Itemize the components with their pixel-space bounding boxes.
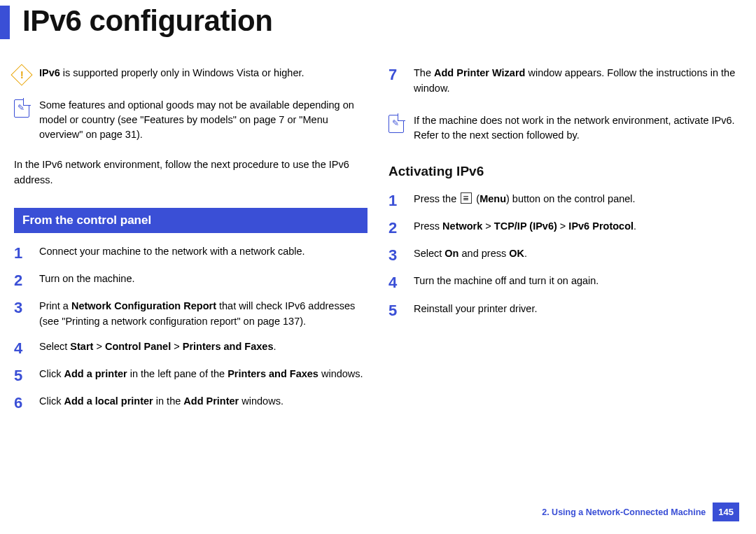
section-heading: From the control panel bbox=[14, 208, 368, 233]
chapter-label: 2. Using a Network-Connected Machine bbox=[542, 507, 706, 517]
step-number: 3 bbox=[388, 246, 401, 264]
step-item: 5Reinstall your printer driver. bbox=[388, 302, 742, 319]
note-text-left: Some features and optional goods may not… bbox=[39, 98, 368, 142]
page-title: IPv6 configuration bbox=[22, 4, 756, 38]
step-item: 6Click Add a local printer in the Add Pr… bbox=[14, 394, 368, 412]
step-item: 1Connect your machine to the network wit… bbox=[14, 244, 368, 262]
footer: 2. Using a Network-Connected Machine 145 bbox=[542, 503, 739, 521]
step-number: 4 bbox=[14, 339, 27, 357]
warning-text: IPv6 is supported properly only in Windo… bbox=[39, 66, 304, 83]
step-text: Click Add a printer in the left pane of … bbox=[39, 367, 368, 384]
step-number: 3 bbox=[14, 299, 27, 330]
menu-icon bbox=[461, 192, 472, 204]
step-number: 7 bbox=[388, 66, 401, 97]
step-item: 1Press the (Menu) button on the control … bbox=[388, 192, 742, 209]
title-bar: IPv6 configuration bbox=[0, 4, 756, 38]
note-icon bbox=[14, 99, 29, 118]
steps-top-right: 7The Add Printer Wizard window appears. … bbox=[388, 66, 742, 97]
step-number: 1 bbox=[388, 192, 401, 209]
left-column: ! IPv6 is supported properly only in Win… bbox=[14, 66, 368, 422]
step-text: Turn on the machine. bbox=[39, 272, 368, 289]
note-icon bbox=[388, 115, 404, 133]
steps-right: 1Press the (Menu) button on the control … bbox=[388, 192, 742, 319]
step-number: 6 bbox=[14, 394, 27, 412]
note-box-left: Some features and optional goods may not… bbox=[14, 98, 368, 142]
step-number: 5 bbox=[14, 367, 27, 384]
step-item: 4Turn the machine off and turn it on aga… bbox=[388, 274, 742, 291]
step-number: 2 bbox=[14, 272, 27, 289]
step-text: Press the (Menu) button on the control p… bbox=[414, 192, 742, 209]
right-column: 7The Add Printer Wizard window appears. … bbox=[388, 66, 742, 422]
step-number: 2 bbox=[388, 219, 401, 237]
step-text: Reinstall your printer driver. bbox=[414, 302, 742, 319]
step-number: 1 bbox=[14, 244, 27, 262]
intro-paragraph: In the IPv6 network environment, follow … bbox=[14, 157, 368, 188]
step-text: Select Start > Control Panel > Printers … bbox=[39, 339, 368, 357]
warning-box: ! IPv6 is supported properly only in Win… bbox=[14, 66, 368, 83]
step-item: 3Select On and press OK. bbox=[388, 246, 742, 264]
step-text: Select On and press OK. bbox=[414, 246, 742, 264]
subsection-heading: Activating IPv6 bbox=[388, 164, 742, 179]
step-number: 4 bbox=[388, 274, 401, 291]
step-number: 5 bbox=[388, 302, 401, 319]
steps-left: 1Connect your machine to the network wit… bbox=[14, 244, 368, 412]
step-item: 4Select Start > Control Panel > Printers… bbox=[14, 339, 368, 357]
step-text: Connect your machine to the network with… bbox=[39, 244, 368, 262]
note-box-right: If the machine does not work in the netw… bbox=[388, 113, 742, 143]
step-item: 2Press Network > TCP/IP (IPv6) > IPv6 Pr… bbox=[388, 219, 742, 237]
step-item: 5Click Add a printer in the left pane of… bbox=[14, 367, 368, 384]
step-item: 7The Add Printer Wizard window appears. … bbox=[388, 66, 742, 97]
warning-icon: ! bbox=[10, 64, 32, 85]
step-item: 3Print a Network Configuration Report th… bbox=[14, 299, 368, 330]
step-item: 2Turn on the machine. bbox=[14, 272, 368, 289]
step-text: Press Network > TCP/IP (IPv6) > IPv6 Pro… bbox=[414, 219, 742, 237]
step-text: Print a Network Configuration Report tha… bbox=[39, 299, 368, 330]
step-text: Click Add a local printer in the Add Pri… bbox=[39, 394, 368, 412]
page-number: 145 bbox=[713, 503, 739, 521]
step-text: Turn the machine off and turn it on agai… bbox=[414, 274, 742, 291]
warning-prefix: IPv6 bbox=[39, 67, 60, 78]
note-text-right: If the machine does not work in the netw… bbox=[414, 113, 742, 143]
title-accent bbox=[0, 6, 10, 39]
warning-body: is supported properly only in Windows Vi… bbox=[60, 67, 304, 78]
content: ! IPv6 is supported properly only in Win… bbox=[14, 66, 742, 422]
step-text: The Add Printer Wizard window appears. F… bbox=[414, 66, 742, 97]
